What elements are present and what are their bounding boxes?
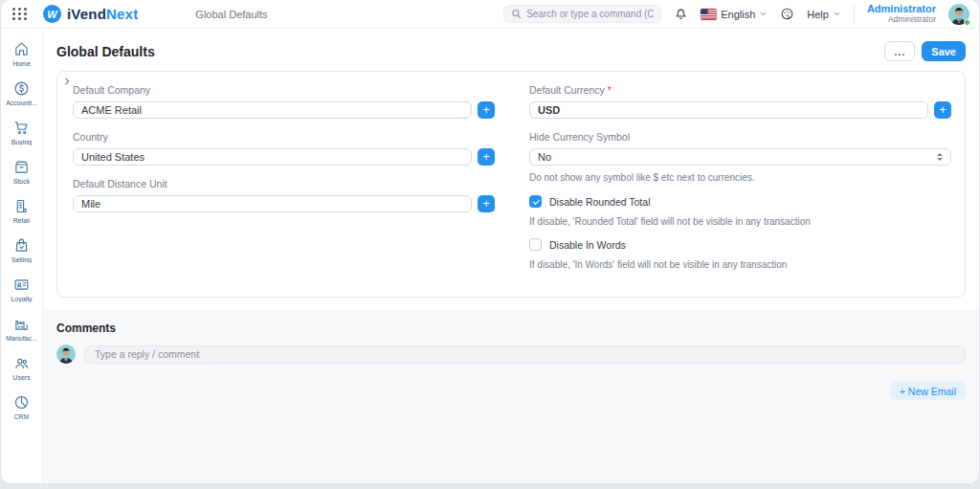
help-menu[interactable]: Help (807, 9, 841, 20)
save-button[interactable]: Save (922, 41, 966, 61)
page-head: Global Defaults ... Save (43, 29, 979, 70)
sidebar-item-crm[interactable]: CRM (2, 389, 42, 426)
crm-pie-icon (13, 394, 30, 411)
breadcrumb[interactable]: Global Defaults (195, 9, 267, 20)
loyalty-card-icon (13, 277, 30, 293)
disable-rounded-total-help-text: If disable, 'Rounded Total' field will n… (529, 216, 951, 227)
form-column-right: Default Currency * + Hide Currency Symbo… (529, 84, 951, 281)
search-icon (511, 9, 522, 19)
sidebar-item-home[interactable]: Home (2, 36, 42, 73)
notifications-bell-icon[interactable] (674, 7, 688, 21)
disable-in-words-checkbox[interactable]: Disable In Words (529, 238, 951, 251)
sidebar-item-users[interactable]: Users (2, 350, 42, 387)
sidebar-item-loyalty[interactable]: Loyalty (2, 272, 42, 308)
default-distance-unit-input[interactable] (73, 195, 472, 212)
page-title: Global Defaults (56, 44, 155, 59)
users-icon (13, 355, 30, 371)
add-distance-unit-button[interactable]: + (478, 195, 495, 212)
app-window: W iVendNext Global Defaults English (1, 0, 979, 483)
field-label: Default Company (73, 84, 495, 96)
logo-icon: W (43, 5, 61, 23)
select-stepper-icon (937, 153, 943, 161)
disable-in-words-help-text: If disable, 'In Words' field will not be… (529, 259, 951, 270)
more-options-button[interactable]: ... (884, 41, 915, 61)
app-grid-icon[interactable] (12, 8, 28, 20)
comments-title: Comments (56, 322, 966, 335)
app-logo[interactable]: W iVendNext (43, 5, 138, 23)
field-default-currency: Default Currency * + (529, 84, 951, 119)
main-content: Global Defaults ... Save Default Company (43, 29, 979, 483)
retail-register-icon (13, 198, 30, 214)
sidebar-item-selling[interactable]: Selling (2, 233, 42, 269)
checkbox-icon[interactable] (529, 195, 542, 208)
required-marker: * (608, 84, 612, 96)
us-flag-icon (701, 9, 717, 20)
disable-rounded-total-checkbox[interactable]: Disable Rounded Total (529, 195, 951, 208)
field-label: Default Distance Unit (73, 178, 495, 189)
user-menu[interactable]: Administrator Administrator (867, 3, 936, 24)
chevron-down-icon (759, 10, 768, 18)
language-selector[interactable]: English (701, 9, 768, 20)
checkbox-icon[interactable] (529, 238, 542, 251)
logo-brand-text: iVendNext (67, 6, 138, 22)
add-country-button[interactable]: + (478, 148, 495, 166)
field-hide-currency-symbol: Hide Currency Symbol No (529, 131, 951, 166)
app-header: W iVendNext Global Defaults English (1, 0, 979, 29)
header-divider (854, 6, 855, 23)
module-sidebar: Home Accounti... Buying Stock Retail Sel… (1, 29, 43, 483)
select-value: No (538, 151, 937, 163)
default-currency-input[interactable] (529, 101, 928, 119)
form-card: Default Company + Country + (56, 71, 966, 298)
online-status-dot (964, 19, 970, 26)
user-avatar[interactable] (948, 4, 969, 25)
add-currency-button[interactable]: + (934, 101, 951, 119)
form-column-left: Default Company + Country + (73, 84, 495, 281)
field-label: Country (73, 131, 495, 143)
field-default-distance-unit: Default Distance Unit + (73, 178, 495, 212)
field-label: Default Currency * (529, 84, 951, 96)
help-label: Help (807, 9, 829, 20)
comment-input[interactable] (84, 345, 966, 364)
user-role: Administrator (867, 15, 936, 25)
comment-user-avatar (56, 345, 76, 364)
sidebar-item-accounting[interactable]: Accounti... (2, 76, 42, 112)
field-default-company: Default Company + (73, 84, 495, 119)
sidebar-item-buying[interactable]: Buying (2, 115, 42, 151)
sidebar-toggle-icon[interactable] (62, 77, 72, 86)
hide-currency-help-text: Do not show any symbol like $ etc next t… (529, 172, 951, 183)
buying-cart-icon (13, 120, 30, 136)
search-input[interactable] (526, 9, 654, 19)
stock-box-icon (13, 159, 30, 175)
selling-bag-icon (13, 237, 30, 254)
theme-palette-icon[interactable] (780, 7, 794, 21)
new-email-button[interactable]: + New Email (890, 382, 966, 400)
sidebar-item-stock[interactable]: Stock (2, 154, 42, 190)
add-company-button[interactable]: + (478, 101, 495, 119)
accounting-icon (13, 80, 30, 97)
chevron-down-icon (833, 10, 841, 18)
field-country: Country + (73, 131, 495, 166)
hide-currency-symbol-select[interactable]: No (529, 148, 951, 166)
sidebar-item-retail[interactable]: Retail (2, 193, 42, 230)
default-company-input[interactable] (73, 101, 472, 119)
country-input[interactable] (73, 148, 472, 166)
manufacturing-icon (13, 316, 30, 332)
home-icon (13, 41, 30, 57)
field-label: Hide Currency Symbol (529, 131, 951, 143)
sidebar-item-manufacturing[interactable]: Manufac... (2, 311, 42, 347)
language-label: English (721, 9, 755, 20)
form-footer: Comments + New Email (43, 309, 979, 483)
global-search[interactable] (503, 5, 661, 23)
